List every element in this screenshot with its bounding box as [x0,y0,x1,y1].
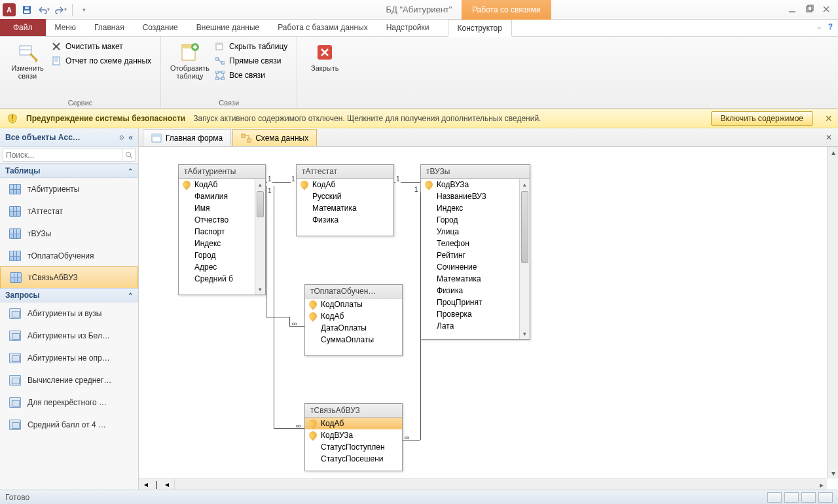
diagram-field[interactable]: Адрес [179,261,255,273]
nav-header[interactable]: Все объекты Acc… ⊙« [0,128,138,147]
nav-table-item[interactable]: тОплатаОбучения [0,245,138,267]
nav-query-item[interactable]: Абитуриенты не опр… [0,347,138,369]
diagram-field[interactable]: Индекс [179,238,255,249]
help-icon[interactable]: ? [828,22,833,31]
tab-create[interactable]: Создание [134,19,187,36]
diagram-table-title[interactable]: тАттестат [297,165,393,179]
tab-external-data[interactable]: Внешние данные [187,19,269,36]
diagram-field[interactable]: Проверка [421,308,519,320]
diagram-field[interactable]: КодАб [297,179,393,190]
security-close-icon[interactable]: ✕ [825,113,833,124]
record-prev-icon[interactable]: ◂ [162,480,172,489]
nav-group-queries[interactable]: Запросы⌃ [0,288,138,302]
diagram-field[interactable]: ДатаОплаты [305,322,402,334]
diagram-field[interactable]: Паспорт [179,226,255,238]
diagram-field[interactable]: КодАб [305,418,402,429]
horizontal-scrollbar[interactable]: ◂|◂ ▸ [139,478,827,490]
nav-query-item[interactable]: Вычисление среднег… [0,369,138,391]
table-scrollbar[interactable]: ▴▾ [255,179,265,295]
diagram-field[interactable]: Телефон [421,238,519,249]
diagram-field[interactable]: КодВУЗа [421,179,519,190]
record-first-icon[interactable]: ◂ [141,480,151,489]
diagram-field[interactable]: СтатусПоступлен [305,441,402,453]
direct-relationships-button[interactable]: Прямые связи [212,54,290,68]
diagram-field[interactable]: Индекс [421,202,519,214]
restore-icon[interactable] [801,3,817,16]
diagram-field[interactable]: КодВУЗа [305,429,402,441]
doc-tab-main-form[interactable]: Главная форма [143,129,231,146]
diagram-field[interactable]: Отчество [179,214,255,226]
tab-home[interactable]: Главная [85,19,134,36]
nav-query-item[interactable]: Абитуриенты из Бел… [0,325,138,347]
diagram-field[interactable]: Фамилия [179,190,255,202]
diagram-field[interactable]: Сочинение [421,261,519,273]
file-tab[interactable]: Файл [0,19,46,36]
security-message[interactable]: Запуск активного содержимого отключен. Щ… [193,114,541,123]
diagram-table[interactable]: тАбитуриентыКодАбФамилияИмяОтчествоПаспо… [178,164,266,295]
close-icon[interactable] [818,3,834,16]
diagram-table[interactable]: тАттестатКодАбРусскийМатематикаФизика [296,164,394,236]
nav-query-item[interactable]: Для перекрёстного … [0,391,138,414]
nav-table-item[interactable]: тАбитуриенты [0,178,138,200]
diagram-field[interactable]: Русский [297,190,393,202]
undo-icon[interactable]: ▾ [37,3,51,17]
diagram-field[interactable]: СтатусПосешени [305,453,402,465]
all-relationships-button[interactable]: Все связи [212,68,290,82]
edit-relationships-button[interactable]: Изменить связи [7,39,48,82]
diagram-field[interactable]: КодАб [305,310,402,322]
diagram-field[interactable]: Город [179,249,255,261]
diagram-field[interactable]: Имя [179,202,255,214]
search-input[interactable] [3,149,122,162]
nav-collapse-icon[interactable]: « [128,133,133,142]
nav-group-tables[interactable]: Таблицы⌃ [0,164,138,178]
table-scrollbar[interactable]: ▴▾ [519,179,530,339]
scroll-up-icon[interactable]: ▴ [828,147,838,158]
minimize-icon[interactable] [784,3,800,16]
diagram-field[interactable]: Рейтинг [421,249,519,261]
view-mode-4-icon[interactable] [818,492,833,503]
enable-content-button[interactable]: Включить содержимое [711,111,813,126]
diagram-table[interactable]: тВУЗыКодВУЗаНазваниеВУЗИндексГородУлицаТ… [420,164,530,340]
diagram-table-title[interactable]: тОплатаОбучен… [305,285,402,298]
scroll-right-icon[interactable]: ▸ [816,479,827,490]
tab-design[interactable]: Конструктор [448,20,512,37]
clear-layout-button[interactable]: Очистить макет [48,39,154,54]
view-mode-2-icon[interactable] [784,492,799,503]
diagram-field[interactable]: КодАб [179,179,255,190]
diagram-field[interactable]: ПроцПринят [421,297,519,308]
diagram-field[interactable]: Физика [297,214,393,226]
relationships-canvas[interactable]: тАбитуриентыКодАбФамилияИмяОтчествоПаспо… [139,147,827,478]
diagram-field[interactable]: НазваниеВУЗ [421,190,519,202]
view-mode-3-icon[interactable] [801,492,816,503]
close-button[interactable]: Закрыть [304,39,346,75]
scroll-down-icon[interactable]: ▾ [828,467,838,478]
hide-table-button[interactable]: Скрыть таблицу [212,39,290,54]
nav-table-item[interactable]: тСвязьАбВУЗ [0,266,138,289]
tab-menu[interactable]: Меню [46,19,85,36]
diagram-field[interactable]: Город [421,214,519,226]
diagram-table-title[interactable]: тВУЗы [421,165,530,179]
tab-addins[interactable]: Надстройки [377,19,439,36]
relationship-report-button[interactable]: Отчет по схеме данных [48,54,154,68]
diagram-table[interactable]: тОплатаОбучен…КодОплатыКодАбДатаОплатыСу… [304,284,403,356]
nav-table-item[interactable]: тВУЗы [0,223,138,245]
diagram-field[interactable]: Лата [421,320,519,332]
save-icon[interactable] [20,3,34,17]
view-mode-1-icon[interactable] [767,492,782,503]
diagram-field[interactable]: Математика [421,273,519,285]
diagram-field[interactable]: КодОплаты [305,298,402,310]
vertical-scrollbar[interactable]: ▴ ▾ [827,147,838,478]
doc-close-icon[interactable]: ✕ [824,132,834,143]
diagram-table[interactable]: тСвязьАбВУЗКодАбКодВУЗаСтатусПоступленСт… [304,403,403,471]
nav-table-item[interactable]: тАттестат [0,200,138,223]
tab-database-tools[interactable]: Работа с базами данных [268,19,376,36]
diagram-field[interactable]: СуммаОплаты [305,334,402,346]
qat-customize-icon[interactable]: ▾ [77,3,91,17]
nav-dropdown-icon[interactable]: ⊙ [119,134,124,141]
diagram-field[interactable]: Математика [297,202,393,214]
show-table-button[interactable]: Отобразить таблицу [168,39,212,82]
diagram-field[interactable]: Средний б [179,273,255,285]
doc-tab-relationships[interactable]: Схема данных [232,129,317,146]
nav-query-item[interactable]: Средний балл от 4 … [0,414,138,436]
nav-query-item[interactable]: Абитуриенты и вузы [0,302,138,325]
